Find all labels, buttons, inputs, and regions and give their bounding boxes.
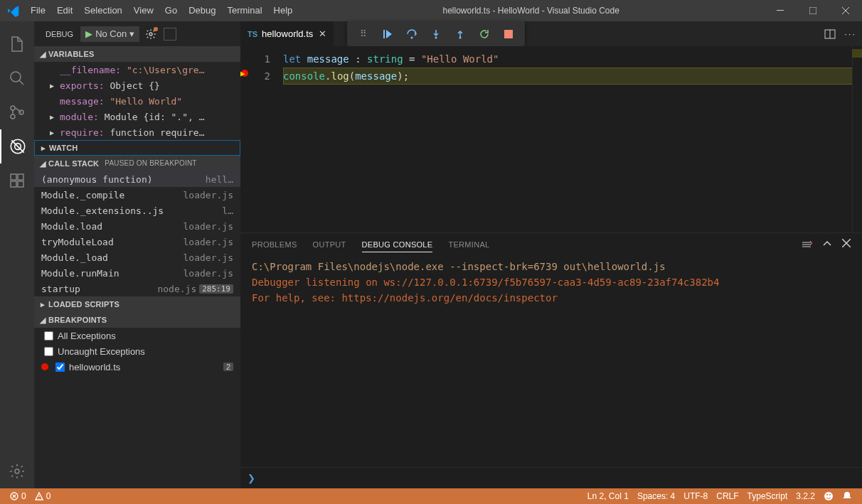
breakpoints-list: All Exceptions Uncaught Exceptions hello… [34, 328, 240, 375]
code-editor[interactable]: ▶ 1 2 let message : string = "Hello Worl… [240, 46, 862, 232]
debug-action-bar[interactable]: ⠿ [347, 21, 525, 46]
callstack-frame[interactable]: Module.loadloader.js [34, 218, 240, 234]
breakpoints-header[interactable]: ◢ BREAKPOINTS [34, 312, 240, 328]
explorer-icon[interactable] [0, 27, 34, 61]
callstack-frame[interactable]: Module._compileloader.js [34, 187, 240, 203]
debug-console-input[interactable]: ❯ [240, 467, 862, 488]
continue-button[interactable] [376, 24, 400, 44]
callstack-frame[interactable]: (anonymous function)hell… [34, 171, 240, 187]
menu-selection[interactable]: Selection [78, 0, 127, 21]
search-icon[interactable] [0, 61, 34, 95]
panel: PROBLEMS OUTPUT DEBUG CONSOLE TERMINAL C… [240, 232, 862, 488]
svg-rect-10 [18, 181, 23, 187]
split-editor-icon[interactable] [824, 28, 836, 40]
callstack-frame[interactable]: startupnode.js285:19 [34, 281, 240, 296]
debug-console-output[interactable]: C:\Program Files\nodejs\node.exe --inspe… [240, 256, 862, 467]
status-ts-version[interactable]: 3.2.2 [792, 491, 819, 501]
svg-point-3 [11, 106, 15, 110]
tab-output[interactable]: OUTPUT [313, 237, 346, 252]
status-eol[interactable]: CRLF [712, 491, 743, 501]
menu-view[interactable]: View [128, 0, 159, 21]
variable-row[interactable]: message: "Hello World" [34, 93, 240, 109]
status-encoding[interactable]: UTF-8 [679, 491, 712, 501]
status-errors[interactable]: 0 [6, 491, 31, 501]
notifications-icon[interactable] [838, 491, 856, 501]
status-language[interactable]: TypeScript [743, 491, 792, 501]
editor-area: TS helloworld.ts ✕ ⠿ ··· [240, 21, 862, 488]
callstack-frame[interactable]: Module._loadloader.js [34, 250, 240, 265]
editor-actions: ··· [824, 21, 862, 46]
minimap[interactable] [852, 46, 862, 232]
close-panel-icon[interactable] [842, 239, 851, 250]
callstack-section-header[interactable]: ◢ CALL STACK PAUSED ON BREAKPOINT [34, 156, 240, 171]
collapse-icon: ◢ [37, 156, 48, 171]
debug-icon[interactable] [0, 129, 34, 163]
breakpoint-line-badge: 2 [223, 363, 233, 371]
checkbox[interactable] [44, 347, 53, 356]
svg-rect-9 [11, 181, 16, 187]
debug-label: DEBUG [46, 30, 73, 38]
close-button[interactable] [829, 0, 862, 21]
menu-help[interactable]: Help [268, 0, 299, 21]
checkbox[interactable] [55, 363, 65, 372]
menu-file[interactable]: File [25, 0, 51, 21]
svg-point-2 [11, 72, 21, 82]
breakpoint-all-exceptions[interactable]: All Exceptions [34, 328, 240, 343]
close-tab-icon[interactable]: ✕ [319, 28, 326, 39]
window-controls [764, 0, 862, 21]
chevron-down-icon: ▾ [129, 28, 134, 39]
menu-debug[interactable]: Debug [183, 0, 221, 21]
collapse-panel-icon[interactable] [822, 239, 832, 250]
editor-tabs: TS helloworld.ts ✕ ⠿ ··· [240, 21, 862, 46]
notification-dot-icon [154, 27, 158, 31]
variable-row[interactable]: __filename: "c:\Users\gre… [34, 62, 240, 77]
debug-config-name: No Con [95, 28, 127, 39]
tab-terminal[interactable]: TERMINAL [448, 237, 489, 252]
step-out-button[interactable] [448, 24, 472, 44]
tab-helloworld[interactable]: TS helloworld.ts ✕ [240, 21, 334, 46]
menu-bar: File Edit Selection View Go Debug Termin… [25, 0, 298, 21]
tab-debug-console[interactable]: DEBUG CONSOLE [362, 237, 433, 252]
play-icon: ▶ [85, 28, 92, 39]
svg-point-12 [15, 469, 19, 473]
breakpoint-file[interactable]: helloworld.ts 2 [34, 359, 240, 375]
code-content[interactable]: let message : string = "Hello World" con… [283, 46, 862, 232]
settings-gear-icon[interactable] [0, 454, 34, 488]
svg-point-16 [435, 36, 437, 38]
watch-section-header[interactable]: ▸ WATCH [34, 140, 240, 156]
breakpoint-uncaught-exceptions[interactable]: Uncaught Exceptions [34, 343, 240, 359]
maximize-button[interactable] [797, 0, 829, 21]
tab-problems[interactable]: PROBLEMS [252, 237, 297, 252]
debug-config-dropdown[interactable]: ▶ No Con ▾ [80, 26, 139, 42]
debug-console-toggle[interactable] [164, 28, 176, 41]
checkbox[interactable] [44, 331, 53, 341]
status-cursor[interactable]: Ln 2, Col 1 [583, 491, 633, 501]
step-into-button[interactable] [424, 24, 448, 44]
step-over-button[interactable] [400, 24, 424, 44]
clear-console-icon[interactable] [801, 239, 812, 250]
drag-handle-icon[interactable]: ⠿ [351, 24, 376, 44]
extensions-icon[interactable] [0, 163, 34, 198]
title-bar: File Edit Selection View Go Debug Termin… [0, 0, 862, 21]
restart-button[interactable] [472, 24, 496, 44]
variable-row[interactable]: ▶require: function require… [34, 124, 240, 140]
callstack-frame[interactable]: Module._extensions..jsl… [34, 203, 240, 218]
stop-button[interactable] [496, 24, 521, 44]
menu-edit[interactable]: Edit [51, 0, 78, 21]
callstack-frame[interactable]: tryModuleLoadloader.js [34, 234, 240, 250]
variables-section-header[interactable]: ◢ VARIABLES [34, 46, 240, 62]
loaded-scripts-header[interactable]: ▸ LOADED SCRIPTS [34, 296, 240, 312]
status-warnings[interactable]: 0 [31, 491, 55, 501]
menu-go[interactable]: Go [159, 0, 183, 21]
variable-row[interactable]: ▶module: Module {id: ".", … [34, 109, 240, 124]
more-actions-icon[interactable]: ··· [844, 28, 856, 39]
variable-row[interactable]: ▶exports: Object {} [34, 77, 240, 93]
feedback-icon[interactable] [819, 491, 838, 501]
menu-terminal[interactable]: Terminal [221, 0, 267, 21]
debug-settings-button[interactable] [145, 28, 156, 40]
minimize-button[interactable] [764, 0, 797, 21]
callstack-frame[interactable]: Module.runMainloader.js [34, 265, 240, 281]
status-indent[interactable]: Spaces: 4 [633, 491, 679, 501]
source-control-icon[interactable] [0, 95, 34, 129]
minimap-highlight [852, 49, 862, 58]
